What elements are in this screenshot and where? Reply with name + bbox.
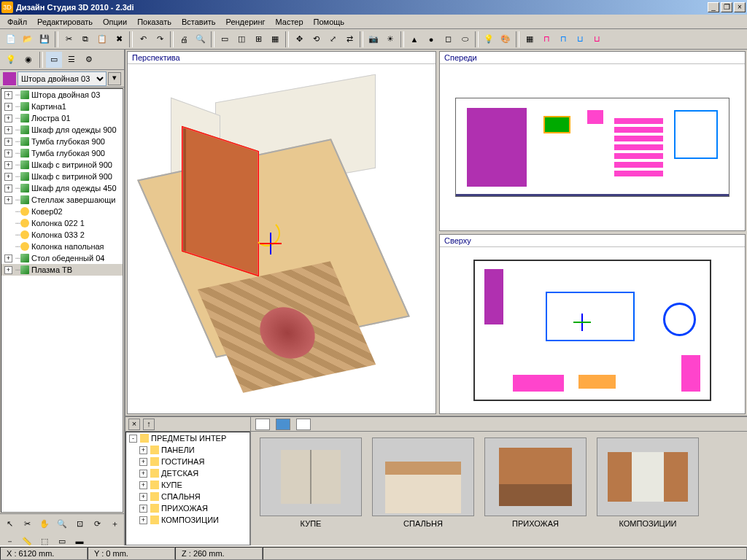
expand-icon[interactable]: + <box>4 91 12 99</box>
restore-button[interactable]: ❐ <box>721 2 732 12</box>
library-thumb[interactable]: ПРИХОЖАЯ <box>484 438 587 540</box>
zoomfit-icon[interactable]: ⊡ <box>71 516 88 532</box>
expand-icon[interactable]: + <box>4 196 12 204</box>
library-tree-item[interactable]: +ГОСТИНАЯ <box>126 456 249 467</box>
scene-tree[interactable]: +┈Штора двойная 03+┈Картина1+┈Люстра 01+… <box>1 88 123 513</box>
up-folder-icon[interactable]: ↑ <box>143 419 155 430</box>
measure-icon[interactable]: 📏 <box>19 533 35 545</box>
tree-item[interactable]: +┈Люстра 01 <box>1 112 123 124</box>
expand-icon[interactable]: + <box>139 481 147 489</box>
library-thumb[interactable]: СПАЛЬНЯ <box>372 438 474 540</box>
wire-icon[interactable]: ▭ <box>54 533 70 545</box>
viewport-perspective[interactable]: Перспектива <box>127 51 436 414</box>
close-button[interactable]: × <box>734 2 746 12</box>
structure-icon[interactable]: ▭ <box>46 52 62 68</box>
menu-file[interactable]: Файл <box>3 16 31 28</box>
view-large-icon[interactable] <box>296 419 311 430</box>
expand-icon[interactable]: + <box>139 493 147 501</box>
tree-item[interactable]: ┈Ковер02 <box>1 206 123 217</box>
box-icon[interactable]: ◻ <box>440 31 456 47</box>
viewport-perspective-body[interactable] <box>128 64 436 413</box>
expand-icon[interactable]: + <box>4 254 12 262</box>
menu-render[interactable]: Рендеринг <box>222 16 270 28</box>
open-file-icon[interactable]: 📂 <box>20 31 36 47</box>
mirror-icon[interactable]: ⇄ <box>341 31 357 47</box>
view1-icon[interactable]: ▭ <box>217 31 233 47</box>
expand-icon[interactable] <box>4 231 12 239</box>
view-medium-icon[interactable] <box>276 419 290 430</box>
redo-icon[interactable]: ↷ <box>152 31 168 47</box>
light-tool-icon[interactable]: 💡 <box>3 52 19 68</box>
delete-icon[interactable]: ✖ <box>111 31 127 47</box>
tree-item[interactable]: +┈Тумба глубокая 900 <box>1 147 123 159</box>
cut2-icon[interactable]: ✂ <box>19 516 35 532</box>
tree-item[interactable]: +┈Шкаф с витриной 900 <box>1 171 123 182</box>
tree-item[interactable]: +┈Тумба глубокая 900 <box>1 136 123 147</box>
menu-master[interactable]: Мастер <box>271 16 308 28</box>
view4-icon[interactable]: ▦ <box>267 31 283 47</box>
expand-icon[interactable] <box>4 219 12 228</box>
snap2-icon[interactable]: ⊓ <box>555 31 571 47</box>
menu-options[interactable]: Опции <box>98 16 131 28</box>
menu-help[interactable]: Помощь <box>309 16 349 28</box>
expand-icon[interactable]: + <box>139 446 147 454</box>
menu-show[interactable]: Показать <box>133 16 176 28</box>
library-tree-item[interactable]: +СПАЛЬНЯ <box>126 491 249 502</box>
library-tree-item[interactable]: +ДЕТСКАЯ <box>126 467 249 479</box>
zoomin-icon[interactable]: ＋ <box>107 516 123 532</box>
tree-item[interactable]: +┈Шкаф для одежды 450 <box>1 182 123 194</box>
library-tree[interactable]: -ПРЕДМЕТЫ ИНТЕР+ПАНЕЛИ+ГОСТИНАЯ+ДЕТСКАЯ+… <box>125 432 250 545</box>
expand-icon[interactable]: + <box>4 149 12 158</box>
expand-icon[interactable]: + <box>139 516 147 524</box>
viewport-front-body[interactable] <box>440 64 745 230</box>
dropdown-extra-button[interactable]: ▾ <box>108 72 121 85</box>
snap3-icon[interactable]: ⊔ <box>572 31 588 47</box>
library-tree-item[interactable]: -ПРЕДМЕТЫ ИНТЕР <box>126 432 249 444</box>
zoom-icon[interactable]: 🔍 <box>54 516 70 532</box>
top-gizmo-icon[interactable] <box>573 314 591 331</box>
view2-icon[interactable]: ◫ <box>233 31 249 47</box>
library-tree-item[interactable]: +КУПЕ <box>126 479 249 491</box>
viewport-top-body[interactable] <box>440 247 745 413</box>
cone-icon[interactable]: ▲ <box>406 31 422 47</box>
tree-item[interactable]: +┈Стеллаж завершающи <box>1 194 123 206</box>
undo-icon[interactable]: ↶ <box>135 31 151 47</box>
tree-item[interactable]: ┈Колонка 022 1 <box>1 217 123 229</box>
copy-icon[interactable]: ⧉ <box>77 31 93 47</box>
expand-icon[interactable]: + <box>139 458 147 466</box>
close-panel-icon[interactable]: × <box>128 419 140 430</box>
expand-icon[interactable]: + <box>4 173 12 181</box>
tree-item[interactable]: +┈Плазма ТВ <box>1 264 123 276</box>
paste-icon[interactable]: 📋 <box>94 31 110 47</box>
expand-icon[interactable]: + <box>139 505 147 513</box>
library-tree-item[interactable]: +ПРИХОЖАЯ <box>126 502 249 514</box>
cut-icon[interactable]: ✂ <box>61 31 77 47</box>
snap1-icon[interactable]: ⊓ <box>538 31 554 47</box>
minimize-button[interactable]: _ <box>708 2 719 12</box>
new-file-icon[interactable]: 📄 <box>3 31 19 47</box>
menu-insert[interactable]: Вставить <box>177 16 220 28</box>
expand-icon[interactable]: + <box>4 126 12 134</box>
tree-item[interactable]: +┈Стол обеденный 04 <box>1 252 123 264</box>
menu-edit[interactable]: Редактировать <box>33 16 97 28</box>
expand-icon[interactable]: + <box>139 470 147 478</box>
rotate-icon[interactable]: ⟲ <box>308 31 324 47</box>
library-tree-item[interactable]: +КОМПОЗИЦИИ <box>126 514 249 526</box>
render-icon[interactable]: ☀ <box>382 31 398 47</box>
scale-icon[interactable]: ⤢ <box>325 31 341 47</box>
view3-icon[interactable]: ⊞ <box>250 31 266 47</box>
view-small-icon[interactable] <box>255 419 270 430</box>
grid-icon[interactable]: ▦ <box>522 31 538 47</box>
prefs-icon[interactable]: ⚙ <box>81 52 97 68</box>
zoomout-icon[interactable]: － <box>1 533 18 545</box>
tree-item[interactable]: +┈Картина1 <box>1 101 123 112</box>
expand-icon[interactable]: + <box>4 266 12 274</box>
print-icon[interactable]: 🖨 <box>176 31 192 47</box>
expand-icon[interactable]: + <box>4 103 12 111</box>
expand-icon[interactable]: + <box>4 161 12 169</box>
object-dropdown[interactable]: Штора двойная 03 <box>18 71 107 86</box>
expand-icon[interactable]: + <box>4 138 12 146</box>
light-icon[interactable]: 💡 <box>481 31 497 47</box>
expand-icon[interactable]: - <box>129 435 137 443</box>
proj-icon[interactable]: ⬚ <box>36 533 53 545</box>
